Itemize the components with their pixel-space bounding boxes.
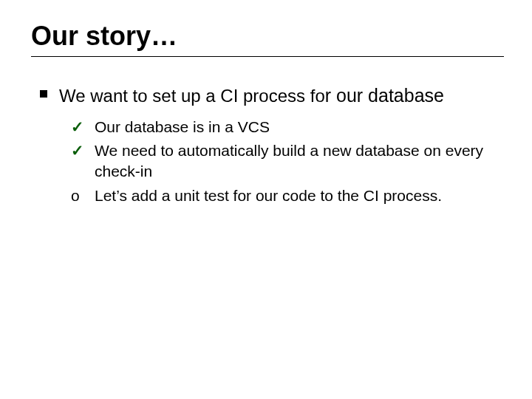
check-icon: ✓ [71,117,92,137]
slide-title: Our story… [31,21,501,52]
title-underline [31,56,504,57]
bullet-item: We want to set up a CI process for our d… [31,83,501,108]
list-item: o Let’s add a unit test for our code to … [71,185,501,206]
sub-list: ✓ Our database is in a VCS ✓ We need to … [71,117,501,206]
bullet-text: We want to set up a CI process for our d… [59,83,444,108]
circle-bullet-icon: o [71,185,92,206]
bullet-text-emph: r our database [325,85,444,106]
sub-text: Our database is in a VCS [95,117,270,137]
sub-text: We need to automatically build a new dat… [95,140,501,183]
list-item: ✓ Our database is in a VCS [71,117,501,137]
check-icon: ✓ [71,140,92,161]
bullet-text-prefix: We want to set up a CI process fo [59,86,325,106]
square-bullet-icon [40,90,47,98]
sub-text: Let’s add a unit test for our code to th… [95,185,442,206]
list-item: ✓ We need to automatically build a new d… [71,140,501,183]
